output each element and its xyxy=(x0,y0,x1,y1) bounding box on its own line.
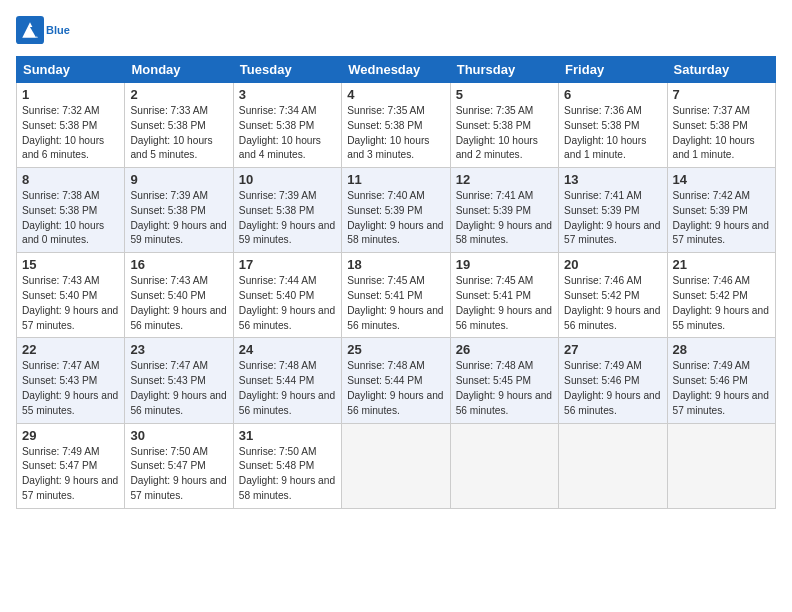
day-number: 22 xyxy=(22,342,119,357)
day-info: Sunrise: 7:47 AMSunset: 5:43 PMDaylight:… xyxy=(130,359,227,418)
calendar-cell: 23Sunrise: 7:47 AMSunset: 5:43 PMDayligh… xyxy=(125,338,233,423)
day-number: 16 xyxy=(130,257,227,272)
day-info: Sunrise: 7:43 AMSunset: 5:40 PMDaylight:… xyxy=(130,274,227,333)
day-number: 31 xyxy=(239,428,336,443)
day-info: Sunrise: 7:49 AMSunset: 5:47 PMDaylight:… xyxy=(22,445,119,504)
day-info: Sunrise: 7:37 AMSunset: 5:38 PMDaylight:… xyxy=(673,104,770,163)
calendar-cell: 22Sunrise: 7:47 AMSunset: 5:43 PMDayligh… xyxy=(17,338,125,423)
calendar-cell: 25Sunrise: 7:48 AMSunset: 5:44 PMDayligh… xyxy=(342,338,450,423)
calendar-cell xyxy=(342,423,450,508)
calendar-cell: 11Sunrise: 7:40 AMSunset: 5:39 PMDayligh… xyxy=(342,168,450,253)
day-info: Sunrise: 7:42 AMSunset: 5:39 PMDaylight:… xyxy=(673,189,770,248)
weekday-header: Friday xyxy=(559,57,667,83)
calendar-cell: 9Sunrise: 7:39 AMSunset: 5:38 PMDaylight… xyxy=(125,168,233,253)
calendar-cell xyxy=(450,423,558,508)
day-number: 21 xyxy=(673,257,770,272)
day-info: Sunrise: 7:35 AMSunset: 5:38 PMDaylight:… xyxy=(456,104,553,163)
weekday-header: Sunday xyxy=(17,57,125,83)
day-info: Sunrise: 7:36 AMSunset: 5:38 PMDaylight:… xyxy=(564,104,661,163)
day-info: Sunrise: 7:46 AMSunset: 5:42 PMDaylight:… xyxy=(673,274,770,333)
calendar-cell xyxy=(667,423,775,508)
day-info: Sunrise: 7:32 AMSunset: 5:38 PMDaylight:… xyxy=(22,104,119,163)
calendar-cell: 14Sunrise: 7:42 AMSunset: 5:39 PMDayligh… xyxy=(667,168,775,253)
day-number: 17 xyxy=(239,257,336,272)
calendar-table: SundayMondayTuesdayWednesdayThursdayFrid… xyxy=(16,56,776,509)
calendar-cell: 5Sunrise: 7:35 AMSunset: 5:38 PMDaylight… xyxy=(450,83,558,168)
day-number: 3 xyxy=(239,87,336,102)
calendar-cell: 4Sunrise: 7:35 AMSunset: 5:38 PMDaylight… xyxy=(342,83,450,168)
day-number: 8 xyxy=(22,172,119,187)
day-info: Sunrise: 7:45 AMSunset: 5:41 PMDaylight:… xyxy=(456,274,553,333)
day-number: 2 xyxy=(130,87,227,102)
calendar-cell: 26Sunrise: 7:48 AMSunset: 5:45 PMDayligh… xyxy=(450,338,558,423)
day-number: 10 xyxy=(239,172,336,187)
day-number: 29 xyxy=(22,428,119,443)
day-info: Sunrise: 7:48 AMSunset: 5:45 PMDaylight:… xyxy=(456,359,553,418)
day-info: Sunrise: 7:46 AMSunset: 5:42 PMDaylight:… xyxy=(564,274,661,333)
day-info: Sunrise: 7:44 AMSunset: 5:40 PMDaylight:… xyxy=(239,274,336,333)
weekday-header: Saturday xyxy=(667,57,775,83)
header: Blue xyxy=(16,16,776,44)
day-number: 14 xyxy=(673,172,770,187)
day-number: 28 xyxy=(673,342,770,357)
calendar-week-row: 8Sunrise: 7:38 AMSunset: 5:38 PMDaylight… xyxy=(17,168,776,253)
calendar-cell: 13Sunrise: 7:41 AMSunset: 5:39 PMDayligh… xyxy=(559,168,667,253)
day-number: 23 xyxy=(130,342,227,357)
day-info: Sunrise: 7:41 AMSunset: 5:39 PMDaylight:… xyxy=(456,189,553,248)
calendar-week-row: 15Sunrise: 7:43 AMSunset: 5:40 PMDayligh… xyxy=(17,253,776,338)
day-number: 1 xyxy=(22,87,119,102)
calendar-cell: 6Sunrise: 7:36 AMSunset: 5:38 PMDaylight… xyxy=(559,83,667,168)
day-number: 25 xyxy=(347,342,444,357)
day-number: 24 xyxy=(239,342,336,357)
day-info: Sunrise: 7:50 AMSunset: 5:47 PMDaylight:… xyxy=(130,445,227,504)
day-info: Sunrise: 7:33 AMSunset: 5:38 PMDaylight:… xyxy=(130,104,227,163)
logo-icon xyxy=(16,16,44,44)
calendar-cell: 31Sunrise: 7:50 AMSunset: 5:48 PMDayligh… xyxy=(233,423,341,508)
day-info: Sunrise: 7:49 AMSunset: 5:46 PMDaylight:… xyxy=(673,359,770,418)
calendar-cell: 16Sunrise: 7:43 AMSunset: 5:40 PMDayligh… xyxy=(125,253,233,338)
day-number: 19 xyxy=(456,257,553,272)
calendar-cell: 30Sunrise: 7:50 AMSunset: 5:47 PMDayligh… xyxy=(125,423,233,508)
calendar-cell: 1Sunrise: 7:32 AMSunset: 5:38 PMDaylight… xyxy=(17,83,125,168)
day-number: 5 xyxy=(456,87,553,102)
calendar-cell: 3Sunrise: 7:34 AMSunset: 5:38 PMDaylight… xyxy=(233,83,341,168)
day-info: Sunrise: 7:40 AMSunset: 5:39 PMDaylight:… xyxy=(347,189,444,248)
logo-tagline: Blue xyxy=(46,24,70,36)
day-number: 6 xyxy=(564,87,661,102)
calendar-week-row: 29Sunrise: 7:49 AMSunset: 5:47 PMDayligh… xyxy=(17,423,776,508)
day-number: 27 xyxy=(564,342,661,357)
calendar-cell: 28Sunrise: 7:49 AMSunset: 5:46 PMDayligh… xyxy=(667,338,775,423)
day-number: 4 xyxy=(347,87,444,102)
calendar-cell: 19Sunrise: 7:45 AMSunset: 5:41 PMDayligh… xyxy=(450,253,558,338)
calendar-cell: 15Sunrise: 7:43 AMSunset: 5:40 PMDayligh… xyxy=(17,253,125,338)
day-number: 13 xyxy=(564,172,661,187)
day-info: Sunrise: 7:35 AMSunset: 5:38 PMDaylight:… xyxy=(347,104,444,163)
day-number: 7 xyxy=(673,87,770,102)
day-info: Sunrise: 7:48 AMSunset: 5:44 PMDaylight:… xyxy=(347,359,444,418)
calendar-cell: 12Sunrise: 7:41 AMSunset: 5:39 PMDayligh… xyxy=(450,168,558,253)
day-info: Sunrise: 7:45 AMSunset: 5:41 PMDaylight:… xyxy=(347,274,444,333)
day-info: Sunrise: 7:39 AMSunset: 5:38 PMDaylight:… xyxy=(239,189,336,248)
calendar-cell: 10Sunrise: 7:39 AMSunset: 5:38 PMDayligh… xyxy=(233,168,341,253)
calendar-cell: 7Sunrise: 7:37 AMSunset: 5:38 PMDaylight… xyxy=(667,83,775,168)
day-number: 30 xyxy=(130,428,227,443)
calendar-cell: 29Sunrise: 7:49 AMSunset: 5:47 PMDayligh… xyxy=(17,423,125,508)
calendar-cell: 2Sunrise: 7:33 AMSunset: 5:38 PMDaylight… xyxy=(125,83,233,168)
calendar-week-row: 1Sunrise: 7:32 AMSunset: 5:38 PMDaylight… xyxy=(17,83,776,168)
calendar-cell xyxy=(559,423,667,508)
day-info: Sunrise: 7:41 AMSunset: 5:39 PMDaylight:… xyxy=(564,189,661,248)
day-number: 15 xyxy=(22,257,119,272)
day-number: 18 xyxy=(347,257,444,272)
calendar-cell: 8Sunrise: 7:38 AMSunset: 5:38 PMDaylight… xyxy=(17,168,125,253)
calendar-cell: 17Sunrise: 7:44 AMSunset: 5:40 PMDayligh… xyxy=(233,253,341,338)
day-number: 26 xyxy=(456,342,553,357)
weekday-header: Wednesday xyxy=(342,57,450,83)
day-info: Sunrise: 7:47 AMSunset: 5:43 PMDaylight:… xyxy=(22,359,119,418)
day-info: Sunrise: 7:43 AMSunset: 5:40 PMDaylight:… xyxy=(22,274,119,333)
calendar-cell: 20Sunrise: 7:46 AMSunset: 5:42 PMDayligh… xyxy=(559,253,667,338)
day-info: Sunrise: 7:49 AMSunset: 5:46 PMDaylight:… xyxy=(564,359,661,418)
calendar-week-row: 22Sunrise: 7:47 AMSunset: 5:43 PMDayligh… xyxy=(17,338,776,423)
day-info: Sunrise: 7:38 AMSunset: 5:38 PMDaylight:… xyxy=(22,189,119,248)
logo: Blue xyxy=(16,16,70,44)
calendar-cell: 24Sunrise: 7:48 AMSunset: 5:44 PMDayligh… xyxy=(233,338,341,423)
